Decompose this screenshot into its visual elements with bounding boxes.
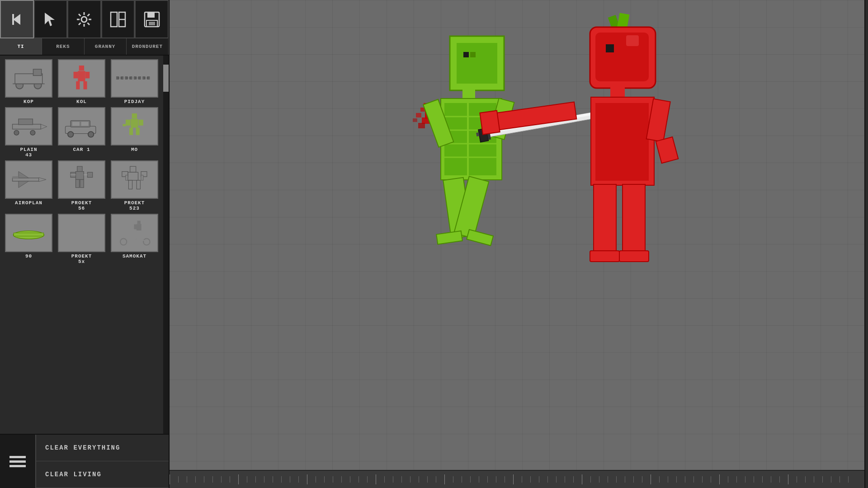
svg-rect-52 xyxy=(126,120,131,126)
svg-rect-49 xyxy=(81,122,89,126)
tab-ti[interactable]: TI xyxy=(0,38,42,55)
svg-rect-12 xyxy=(111,12,117,27)
back-button[interactable] xyxy=(0,0,34,38)
svg-rect-137 xyxy=(626,35,639,46)
item-proekt56[interactable]: PROEKT 56 xyxy=(57,160,107,211)
timeline xyxy=(170,470,868,488)
svg-marker-0 xyxy=(13,14,20,25)
svg-point-90 xyxy=(120,239,127,245)
svg-rect-70 xyxy=(130,166,136,172)
svg-rect-1 xyxy=(12,14,14,25)
svg-rect-48 xyxy=(72,122,80,126)
svg-point-83 xyxy=(81,232,83,234)
clear-living-button[interactable]: CLEAR LIVING xyxy=(36,461,169,488)
svg-rect-18 xyxy=(149,22,155,25)
svg-point-91 xyxy=(143,239,150,245)
item-proekt523[interactable]: PROEKT 523 xyxy=(109,160,160,211)
scrollbar-thumb[interactable] xyxy=(163,65,169,92)
svg-rect-93 xyxy=(137,221,141,224)
layout-button[interactable] xyxy=(101,0,135,38)
item-samokat[interactable]: SAMOKAT xyxy=(109,214,160,264)
svg-rect-27 xyxy=(85,72,90,79)
svg-rect-28 xyxy=(76,81,80,89)
svg-rect-147 xyxy=(590,251,619,262)
svg-rect-24 xyxy=(79,66,84,70)
settings-button[interactable] xyxy=(67,0,101,38)
svg-point-3 xyxy=(81,17,87,22)
svg-rect-148 xyxy=(619,251,649,262)
tab-reks[interactable]: REKS xyxy=(42,38,84,55)
svg-rect-16 xyxy=(147,12,155,18)
main-canvas[interactable] xyxy=(170,0,868,488)
item-car1[interactable]: CAR 1 xyxy=(57,107,107,158)
right-panel-partial xyxy=(864,0,868,488)
svg-rect-138 xyxy=(610,87,625,97)
svg-rect-98 xyxy=(9,465,26,467)
toolbar xyxy=(0,0,169,38)
svg-rect-50 xyxy=(132,113,137,118)
game-scene xyxy=(170,0,868,470)
svg-rect-22 xyxy=(33,69,42,75)
svg-rect-74 xyxy=(129,180,132,189)
svg-rect-61 xyxy=(13,176,19,178)
scrollbar-track[interactable] xyxy=(163,56,169,434)
svg-marker-58 xyxy=(39,178,46,182)
svg-rect-66 xyxy=(76,179,80,188)
svg-rect-103 xyxy=(462,89,475,99)
svg-point-46 xyxy=(68,131,74,137)
svg-rect-144 xyxy=(656,137,679,163)
clear-everything-button[interactable]: CLEAR EVERYTHING xyxy=(36,435,169,461)
svg-rect-77 xyxy=(141,175,143,180)
item-pidjay[interactable]: PIDJAY xyxy=(109,59,160,104)
svg-rect-76 xyxy=(126,175,128,180)
item-90[interactable]: 90 xyxy=(4,214,54,264)
svg-rect-56 xyxy=(123,124,126,127)
cursor-button[interactable] xyxy=(34,0,68,38)
svg-rect-53 xyxy=(138,120,143,126)
svg-rect-54 xyxy=(129,128,133,135)
item-kol[interactable]: KOL xyxy=(57,59,107,104)
svg-rect-142 xyxy=(480,111,500,135)
svg-line-11 xyxy=(79,23,81,25)
item-proekt5x[interactable]: PROEKT 5x xyxy=(57,214,107,264)
save-button[interactable] xyxy=(135,0,169,38)
svg-point-86 xyxy=(95,232,98,234)
svg-point-43 xyxy=(30,130,35,135)
svg-rect-51 xyxy=(131,119,138,127)
svg-rect-140 xyxy=(595,103,649,181)
svg-rect-124 xyxy=(436,231,462,244)
tabs: TI REKS GRANNY DRONDURET xyxy=(0,38,169,56)
item-airoplan[interactable]: AIROPLAN xyxy=(4,160,54,211)
svg-rect-75 xyxy=(137,180,140,189)
svg-rect-102 xyxy=(470,52,476,57)
svg-line-10 xyxy=(88,14,90,16)
svg-rect-101 xyxy=(463,52,469,57)
svg-point-82 xyxy=(76,232,78,234)
svg-rect-125 xyxy=(467,230,493,245)
item-grid: KOP KOL xyxy=(0,56,163,434)
svg-rect-146 xyxy=(623,184,645,254)
svg-point-81 xyxy=(71,232,73,234)
left-panel: TI REKS GRANNY DRONDURET KOP xyxy=(0,0,170,488)
svg-rect-26 xyxy=(74,72,78,79)
red-character xyxy=(480,13,678,262)
svg-rect-95 xyxy=(134,225,137,230)
svg-line-8 xyxy=(79,14,81,16)
timeline-ticks[interactable] xyxy=(170,471,868,488)
svg-rect-96 xyxy=(9,456,26,458)
tab-granny[interactable]: GRANNY xyxy=(85,38,127,55)
item-kop[interactable]: KOP xyxy=(4,59,54,104)
svg-rect-29 xyxy=(84,81,87,89)
svg-rect-25 xyxy=(78,71,85,81)
tab-dronduret[interactable]: DRONDURET xyxy=(127,38,169,55)
item-mo[interactable]: MO xyxy=(109,107,160,158)
svg-rect-65 xyxy=(87,172,92,177)
svg-rect-115 xyxy=(416,113,421,117)
svg-rect-113 xyxy=(418,123,425,128)
svg-rect-63 xyxy=(76,172,84,180)
svg-rect-94 xyxy=(137,224,142,230)
svg-rect-100 xyxy=(457,43,497,84)
item-plain43[interactable]: PLAIN 43 xyxy=(4,107,54,158)
menu-icon-button[interactable] xyxy=(0,435,36,488)
svg-rect-97 xyxy=(9,460,26,463)
